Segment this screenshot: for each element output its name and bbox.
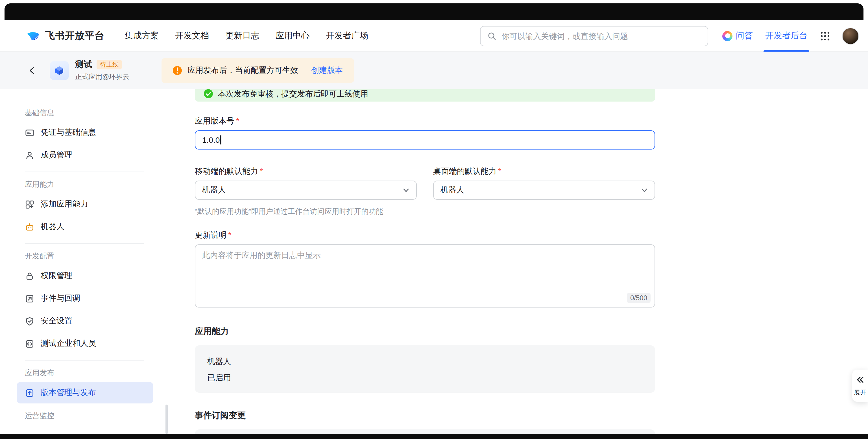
sidebar-item-label: 机器人 <box>41 222 64 232</box>
sidebar-divider <box>25 243 144 244</box>
sidebar-item-members[interactable]: 成员管理 <box>17 144 153 166</box>
sidebar-section-release: 应用发布 <box>25 368 169 377</box>
sidebar-item-version-release[interactable]: 版本管理与发布 <box>17 382 153 403</box>
security-icon <box>25 316 34 326</box>
nav-item-changelog[interactable]: 更新日志 <box>225 31 259 41</box>
select-value: 机器人 <box>440 185 464 195</box>
cube-icon <box>54 65 65 76</box>
page-body: 基础信息 凭证与基础信息 成员管理 应用能力 <box>0 89 868 434</box>
version-input[interactable]: 1.0.0 <box>195 130 655 149</box>
qa-gradient-icon <box>722 31 733 41</box>
status-badge: 待上线 <box>97 60 122 69</box>
create-version-link[interactable]: 创建版本 <box>311 65 343 76</box>
app-meta: 测试 待上线 正式应用@环界云 <box>75 59 129 82</box>
sidebar-item-label: 版本管理与发布 <box>41 387 96 398</box>
app-icon <box>50 61 69 80</box>
capability-name: 机器人 <box>207 357 643 366</box>
sidebar-item-bot[interactable]: 机器人 <box>17 216 153 238</box>
desktop-capability-label: 桌面端的默认能力 * <box>433 166 655 176</box>
desktop-capability-select[interactable]: 机器人 <box>433 180 655 200</box>
expand-drawer-button[interactable]: 展开 <box>852 370 868 402</box>
chevron-down-icon <box>641 187 648 194</box>
sidebar-item-permissions[interactable]: 权限管理 <box>17 265 153 286</box>
search-box[interactable] <box>480 26 708 46</box>
main-content: 本次发布免审核，提交发布后即可上线使用 应用版本号 * 1.0.0 移动端的默认… <box>169 89 868 434</box>
sidebar-item-credentials[interactable]: 凭证与基础信息 <box>17 122 153 143</box>
version-release-icon <box>25 388 34 398</box>
sidebar-item-security[interactable]: 安全设置 <box>17 310 153 332</box>
sidebar-section-dev-config: 开发配置 <box>25 252 169 261</box>
top-navbar: 飞书开放平台 集成方案 开发文档 更新日志 应用中心 开发者广场 问答 开发者后… <box>0 20 868 52</box>
sidebar-item-label: 测试企业和人员 <box>41 339 96 349</box>
navbar-right-cluster: 问答 开发者后台 <box>722 20 860 52</box>
required-asterisk: * <box>260 166 263 176</box>
sidebar-item-label: 安全设置 <box>41 316 72 326</box>
sidebar-divider <box>25 360 144 361</box>
success-banner-text: 本次发布免审核，提交发布后即可上线使用 <box>218 89 368 99</box>
field-label-text: 移动端的默认能力 <box>195 166 258 176</box>
developer-console-tab[interactable]: 开发者后台 <box>765 20 808 52</box>
app-capability-title: 应用能力 <box>195 326 655 336</box>
sidebar-section-capabilities: 应用能力 <box>25 180 169 189</box>
capability-status: 已启用 <box>207 373 643 382</box>
sidebar: 基础信息 凭证与基础信息 成员管理 应用能力 <box>0 89 169 434</box>
publish-alert-banner: 应用发布后，当前配置方可生效 创建版本 <box>161 58 354 83</box>
event-subscription-panel <box>195 430 655 434</box>
qa-button[interactable]: 问答 <box>722 31 753 41</box>
primary-nav: 集成方案 开发文档 更新日志 应用中心 开发者广场 <box>125 31 368 41</box>
chevron-left-icon <box>28 66 37 75</box>
nav-item-dev-plaza[interactable]: 开发者广场 <box>326 31 368 41</box>
nav-item-integrations[interactable]: 集成方案 <box>125 31 159 41</box>
release-note-field: 0/500 <box>195 244 655 307</box>
app-context-header: 测试 待上线 正式应用@环界云 应用发布后，当前配置方可生效 创建版本 <box>0 52 868 89</box>
desktop-capability-field: 桌面端的默认能力 * 机器人 <box>433 166 655 200</box>
sidebar-divider <box>25 172 144 172</box>
mobile-capability-field: 移动端的默认能力 * 机器人 <box>195 166 417 200</box>
sidebar-section-monitoring: 运营监控 <box>25 411 169 420</box>
drawer-label: 展开 <box>854 388 866 397</box>
sidebar-scrollbar[interactable] <box>165 405 168 434</box>
members-icon <box>25 150 34 160</box>
alert-text: 应用发布后，当前配置方可生效 <box>187 65 298 76</box>
required-asterisk: * <box>228 230 231 240</box>
brand-name: 飞书开放平台 <box>45 29 104 42</box>
chevron-down-icon <box>403 187 409 194</box>
brand-link[interactable]: 飞书开放平台 <box>26 29 104 43</box>
credential-icon <box>25 128 34 137</box>
field-label-text: 应用版本号 <box>195 116 235 126</box>
sidebar-item-events[interactable]: 事件与回调 <box>17 288 153 309</box>
required-asterisk: * <box>236 116 239 126</box>
sidebar-item-label: 凭证与基础信息 <box>41 128 96 138</box>
select-value: 机器人 <box>202 185 226 195</box>
version-value: 1.0.0 <box>202 135 220 144</box>
success-banner: 本次发布免审核，提交发布后即可上线使用 <box>195 89 655 102</box>
app-name: 测试 <box>75 59 92 70</box>
sidebar-item-label: 事件与回调 <box>41 294 80 304</box>
field-label-text: 桌面端的默认能力 <box>433 166 496 176</box>
capability-hint: “默认的应用功能”即用户通过工作台访问应用时打开的功能 <box>195 206 655 217</box>
text-caret <box>220 135 221 144</box>
char-counter: 0/500 <box>627 293 651 303</box>
qa-label: 问答 <box>736 31 753 41</box>
app-window: 飞书开放平台 集成方案 开发文档 更新日志 应用中心 开发者广场 问答 开发者后… <box>0 0 868 439</box>
sidebar-item-label: 添加应用能力 <box>41 199 88 209</box>
release-note-textarea[interactable] <box>195 244 655 307</box>
mobile-capability-select[interactable]: 机器人 <box>195 180 417 200</box>
double-chevron-left-icon <box>856 376 864 384</box>
robot-icon <box>25 222 34 232</box>
sidebar-item-test-org[interactable]: 测试企业和人员 <box>17 333 153 354</box>
mobile-capability-label: 移动端的默认能力 * <box>195 166 417 176</box>
nav-item-docs[interactable]: 开发文档 <box>175 31 209 41</box>
back-button[interactable] <box>25 63 39 78</box>
release-note-label: 更新说明 * <box>195 230 655 240</box>
app-subtitle: 正式应用@环界云 <box>75 72 129 82</box>
apps-grid-button[interactable] <box>820 31 830 41</box>
window-chrome-bottom <box>0 434 868 439</box>
nav-item-app-center[interactable]: 应用中心 <box>276 31 309 41</box>
user-avatar[interactable] <box>842 27 859 44</box>
sidebar-item-add-capability[interactable]: 添加应用能力 <box>17 194 153 215</box>
event-callback-icon <box>25 294 34 303</box>
search-input[interactable] <box>501 31 701 40</box>
field-label-text: 更新说明 <box>195 230 226 240</box>
test-org-icon <box>25 339 34 348</box>
